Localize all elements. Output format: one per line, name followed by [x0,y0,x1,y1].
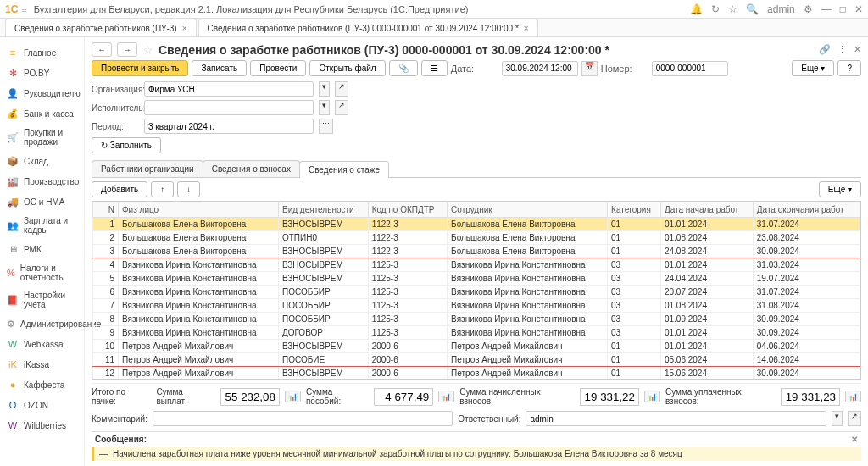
attach-button[interactable]: 📎 [389,60,418,76]
table-row[interactable]: 2 Большакова Елена Викторовна ОТПИН0 112… [93,231,860,245]
table-row[interactable]: 5 Вязникова Ирина Константиновна ВЗНОСЫВ… [93,272,860,286]
close-doc-icon[interactable]: ✕ [854,44,861,55]
sumaccrued-input[interactable] [580,388,639,406]
org-dropdown-icon[interactable]: ▾ [319,81,330,97]
comment-input[interactable] [153,411,453,426]
settings-icon[interactable]: ⚙ [804,3,813,15]
table-row[interactable]: 10 Петров Андрей Михайлович ВЗНОСЫВРЕМ 2… [93,340,860,353]
star-icon[interactable]: ☆ [728,3,737,15]
move-down-button[interactable]: ↓ [177,181,200,197]
minimize-icon[interactable]: — [821,3,832,15]
favorite-icon[interactable]: ☆ [142,43,153,57]
period-input[interactable] [144,119,314,134]
col-header[interactable]: Код по ОКПДТР [368,202,447,218]
calc-icon[interactable]: 📊 [285,391,301,402]
tab-close-icon[interactable]: × [524,24,529,33]
sidebar-item[interactable]: ≡Главное [0,42,84,63]
more-icon[interactable]: ⋮ [837,44,847,55]
number-input[interactable] [652,61,728,76]
move-up-button[interactable]: ↑ [151,181,174,197]
col-header[interactable]: Категория [608,202,661,218]
col-header[interactable]: N [93,202,119,218]
save-button[interactable]: Записать [192,60,247,76]
sumpaid-input[interactable] [781,388,840,406]
help-button[interactable]: ? [837,60,861,76]
save-close-button[interactable]: Провести и закрыть [92,60,188,76]
add-row-button[interactable]: Добавить [92,181,147,197]
experience-table[interactable]: NФиз лицоВид деятельностиКод по ОКПДТРСо… [92,201,861,380]
sidebar-item[interactable]: 📦Склад [0,151,84,171]
close-icon[interactable]: ✕ [854,3,863,15]
bell-icon[interactable]: 🔔 [690,3,703,15]
table-row[interactable]: 8 Вязникова Ирина Константиновна ПОСОББИ… [93,313,860,326]
sidebar-item[interactable]: 🚚ОС и НМА [0,191,84,212]
col-header[interactable]: Дата окончания работ [753,202,860,218]
tab-contributions[interactable]: Сведения о взносах [203,160,300,177]
calc-icon[interactable]: 📊 [644,391,660,402]
exec-open-icon[interactable]: ↗ [335,100,348,115]
table-more-button[interactable]: Еще ▾ [819,181,861,197]
search-icon[interactable]: 🔍 [746,3,759,15]
sidebar-item[interactable]: 💰Банк и касса [0,103,84,124]
sidebar-item[interactable]: 🛒Покупки и продажи [0,124,84,151]
resp-dropdown-icon[interactable]: ▾ [832,411,843,426]
nav-fwd-button[interactable]: → [117,42,137,57]
more-button[interactable]: Еще ▾ [792,60,834,76]
org-open-icon[interactable]: ↗ [335,81,348,97]
message-row[interactable]: — Начислена заработная плата ниже уровня… [92,447,861,461]
calc-icon[interactable]: 📊 [845,391,861,402]
sumpay-input[interactable] [220,388,280,406]
org-input[interactable] [144,81,314,97]
sidebar-item[interactable]: OOZON [0,395,84,415]
date-input[interactable] [502,61,578,76]
table-row[interactable]: 6 Вязникова Ирина Константиновна ПОСОББИ… [93,286,860,299]
tab-workers[interactable]: Работники организации [92,160,203,177]
fill-button[interactable]: ↻ Заполнить [92,137,161,153]
tab-item[interactable]: Сведения о заработке работников (ПУ-3) × [5,19,197,36]
sidebar-item[interactable]: 👤Руководителю [0,83,84,103]
table-row[interactable]: 9 Вязникова Ирина Константиновна ДОГОВОР… [93,326,860,340]
resp-input[interactable] [526,411,826,426]
sidebar-item[interactable]: ✻РО.BY [0,63,84,83]
col-header[interactable]: Сотрудник [448,202,608,218]
sidebar-item[interactable]: 🏭Производство [0,171,84,191]
tab-item-active[interactable]: Сведения о заработке работников (ПУ-3) 0… [198,19,538,36]
table-row[interactable]: 11 Петров Андрей Михайлович ПОСОБИЕ 2000… [93,353,860,367]
user-label[interactable]: admin [767,3,795,15]
col-header[interactable]: Вид деятельности [278,202,368,218]
sumbenefit-input[interactable] [374,388,433,406]
col-header[interactable]: Физ лицо [119,202,279,218]
sidebar-item[interactable]: 📕Настройки учета [0,286,84,313]
burger-icon[interactable]: ≡ [21,4,26,14]
sidebar-item[interactable]: ●Каффеста [0,374,84,395]
table-row[interactable]: 4 Вязникова Ирина Константиновна ВЗНОСЫВ… [93,258,860,272]
sidebar-item[interactable]: ⚙Администрирование [0,313,84,334]
sidebar-item[interactable]: iKiKassa [0,354,84,374]
link-icon[interactable]: 🔗 [819,44,831,55]
period-picker-icon[interactable]: ⋯ [319,119,333,134]
sidebar-item[interactable]: WWebkassa [0,334,84,354]
tab-experience[interactable]: Сведения о стаже [299,161,389,178]
sidebar-item[interactable]: WWildberries [0,415,84,435]
nav-back-button[interactable]: ← [92,42,112,57]
sidebar-item[interactable]: 🖥РМК [0,239,84,259]
post-button[interactable]: Провести [250,60,306,76]
resp-open-icon[interactable]: ↗ [848,411,861,426]
calc-icon[interactable]: 📊 [438,391,454,402]
maximize-icon[interactable]: □ [840,3,846,15]
date-picker-icon[interactable]: 📅 [581,61,598,76]
list-button[interactable]: ☰ [421,60,448,76]
messages-close-icon[interactable]: ✕ [851,435,858,444]
col-header[interactable]: Дата начала работ [660,202,753,218]
table-row[interactable]: 3 Большакова Елена Викторовна ВЗНОСЫВРЕМ… [93,245,860,258]
sidebar-item[interactable]: %Налоги и отчетность [0,259,84,286]
exec-input[interactable] [144,100,314,115]
table-row[interactable]: 12 Петров Андрей Михайлович ВЗНОСЫВРЕМ 2… [93,367,860,380]
table-row[interactable]: 7 Вязникова Ирина Константиновна ПОСОББИ… [93,299,860,313]
history-icon[interactable]: ↻ [711,3,720,15]
sidebar-item[interactable]: 👥Зарплата и кадры [0,212,84,239]
tab-close-icon[interactable]: × [182,24,187,33]
open-file-button[interactable]: Открыть файл [309,60,385,76]
table-row[interactable]: 1 Большакова Елена Викторовна ВЗНОСЫВРЕМ… [93,218,860,231]
exec-dropdown-icon[interactable]: ▾ [319,100,330,115]
